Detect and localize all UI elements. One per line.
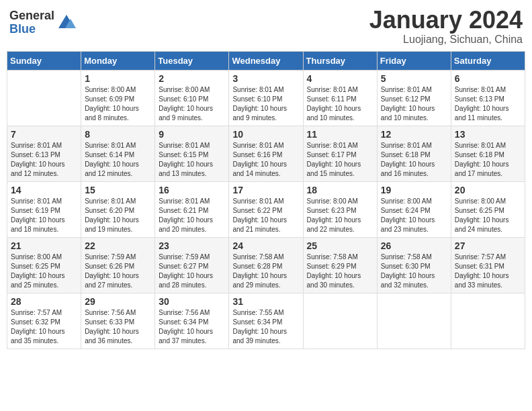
day-number: 26	[381, 240, 447, 251]
day-number: 7	[11, 129, 77, 140]
calendar-cell: 23Sunrise: 7:59 AMSunset: 6:27 PMDayligh…	[155, 237, 229, 293]
logo: General Blue	[9, 9, 76, 36]
calendar-cell: 24Sunrise: 7:58 AMSunset: 6:28 PMDayligh…	[229, 237, 303, 293]
cell-content: Sunrise: 7:59 AMSunset: 6:26 PMDaylight:…	[85, 253, 151, 290]
calendar-cell: 15Sunrise: 8:01 AMSunset: 6:20 PMDayligh…	[81, 181, 155, 237]
calendar-cell: 5Sunrise: 8:01 AMSunset: 6:12 PMDaylight…	[377, 70, 451, 126]
calendar-cell: 31Sunrise: 7:55 AMSunset: 6:34 PMDayligh…	[229, 293, 303, 349]
day-number: 19	[381, 185, 447, 195]
calendar-cell: 14Sunrise: 8:01 AMSunset: 6:19 PMDayligh…	[7, 181, 81, 237]
cell-content: Sunrise: 7:58 AMSunset: 6:30 PMDaylight:…	[381, 253, 447, 290]
cell-content: Sunrise: 8:00 AMSunset: 6:10 PMDaylight:…	[159, 85, 225, 123]
day-number: 14	[11, 185, 77, 195]
day-number: 4	[307, 73, 373, 84]
day-number: 11	[307, 129, 373, 140]
cell-content: Sunrise: 7:56 AMSunset: 6:33 PMDaylight:…	[85, 308, 151, 346]
title-block: January 2024 Luojiang, Sichuan, China	[369, 7, 523, 46]
day-number: 23	[159, 240, 225, 251]
day-number: 8	[85, 129, 151, 140]
cell-content: Sunrise: 8:01 AMSunset: 6:22 PMDaylight:…	[232, 197, 299, 234]
calendar-header: SundayMondayTuesdayWednesdayThursdayFrid…	[7, 51, 525, 70]
day-number: 9	[159, 129, 225, 140]
cell-content: Sunrise: 7:55 AMSunset: 6:34 PMDaylight:…	[232, 308, 299, 346]
week-row-5: 28Sunrise: 7:57 AMSunset: 6:32 PMDayligh…	[7, 293, 525, 349]
calendar-cell: 2Sunrise: 8:00 AMSunset: 6:10 PMDaylight…	[155, 70, 229, 126]
calendar-cell: 22Sunrise: 7:59 AMSunset: 6:26 PMDayligh…	[81, 237, 155, 293]
header-saturday: Saturday	[451, 51, 525, 70]
calendar-cell: 7Sunrise: 8:01 AMSunset: 6:13 PMDaylight…	[7, 126, 81, 181]
day-number: 10	[232, 129, 299, 140]
cell-content: Sunrise: 8:00 AMSunset: 6:25 PMDaylight:…	[455, 197, 521, 234]
cell-content: Sunrise: 7:56 AMSunset: 6:34 PMDaylight:…	[159, 308, 225, 346]
day-number: 5	[381, 73, 447, 84]
cell-content: Sunrise: 8:01 AMSunset: 6:10 PMDaylight:…	[232, 85, 299, 123]
header-monday: Monday	[81, 51, 155, 70]
location: Luojiang, Sichuan, China	[369, 34, 523, 46]
cell-content: Sunrise: 8:01 AMSunset: 6:18 PMDaylight:…	[381, 141, 447, 179]
day-number: 29	[85, 296, 151, 307]
month-title: January 2024	[369, 7, 523, 34]
calendar-cell: 3Sunrise: 8:01 AMSunset: 6:10 PMDaylight…	[229, 70, 303, 126]
cell-content: Sunrise: 8:01 AMSunset: 6:14 PMDaylight:…	[85, 141, 151, 179]
day-number: 18	[307, 185, 373, 195]
header-thursday: Thursday	[303, 51, 377, 70]
cell-content: Sunrise: 8:01 AMSunset: 6:11 PMDaylight:…	[307, 85, 373, 123]
calendar-cell: 19Sunrise: 8:00 AMSunset: 6:24 PMDayligh…	[377, 181, 451, 237]
day-number: 28	[11, 296, 77, 307]
cell-content: Sunrise: 7:58 AMSunset: 6:28 PMDaylight:…	[232, 253, 299, 290]
calendar-cell: 8Sunrise: 8:01 AMSunset: 6:14 PMDaylight…	[81, 126, 155, 181]
cell-content: Sunrise: 8:01 AMSunset: 6:13 PMDaylight:…	[455, 85, 521, 123]
calendar-cell	[303, 293, 377, 349]
cell-content: Sunrise: 8:01 AMSunset: 6:16 PMDaylight:…	[232, 141, 299, 179]
week-row-1: 1Sunrise: 8:00 AMSunset: 6:09 PMDaylight…	[7, 70, 525, 126]
day-number: 21	[11, 240, 77, 251]
day-number: 17	[232, 185, 299, 195]
calendar-cell: 13Sunrise: 8:01 AMSunset: 6:18 PMDayligh…	[451, 126, 525, 181]
logo-blue: Blue	[9, 23, 54, 36]
day-number: 30	[159, 296, 225, 307]
calendar-cell: 25Sunrise: 7:58 AMSunset: 6:29 PMDayligh…	[303, 237, 377, 293]
header-row: SundayMondayTuesdayWednesdayThursdayFrid…	[7, 51, 525, 70]
calendar-cell: 11Sunrise: 8:01 AMSunset: 6:17 PMDayligh…	[303, 126, 377, 181]
calendar-cell: 26Sunrise: 7:58 AMSunset: 6:30 PMDayligh…	[377, 237, 451, 293]
cell-content: Sunrise: 8:00 AMSunset: 6:25 PMDaylight:…	[11, 253, 77, 290]
calendar-cell	[451, 293, 525, 349]
week-row-2: 7Sunrise: 8:01 AMSunset: 6:13 PMDaylight…	[7, 126, 525, 181]
day-number: 20	[455, 185, 521, 195]
calendar-cell: 12Sunrise: 8:01 AMSunset: 6:18 PMDayligh…	[377, 126, 451, 181]
day-number: 22	[85, 240, 151, 251]
page-header: General Blue January 2024 Luojiang, Sich…	[7, 7, 525, 46]
calendar-cell: 16Sunrise: 8:01 AMSunset: 6:21 PMDayligh…	[155, 181, 229, 237]
calendar-table: SundayMondayTuesdayWednesdayThursdayFrid…	[7, 51, 525, 349]
day-number: 24	[232, 240, 299, 251]
calendar-cell: 4Sunrise: 8:01 AMSunset: 6:11 PMDaylight…	[303, 70, 377, 126]
cell-content: Sunrise: 7:58 AMSunset: 6:29 PMDaylight:…	[307, 253, 373, 290]
cell-content: Sunrise: 8:01 AMSunset: 6:13 PMDaylight:…	[11, 141, 77, 179]
calendar-cell: 27Sunrise: 7:57 AMSunset: 6:31 PMDayligh…	[451, 237, 525, 293]
day-number: 3	[232, 73, 299, 84]
cell-content: Sunrise: 7:59 AMSunset: 6:27 PMDaylight:…	[159, 253, 225, 290]
cell-content: Sunrise: 7:57 AMSunset: 6:32 PMDaylight:…	[11, 308, 77, 346]
header-tuesday: Tuesday	[155, 51, 229, 70]
cell-content: Sunrise: 8:01 AMSunset: 6:12 PMDaylight:…	[381, 85, 447, 123]
header-wednesday: Wednesday	[229, 51, 303, 70]
calendar-cell: 28Sunrise: 7:57 AMSunset: 6:32 PMDayligh…	[7, 293, 81, 349]
day-number: 25	[307, 240, 373, 251]
logo-icon	[57, 13, 76, 32]
day-number: 6	[455, 73, 521, 84]
cell-content: Sunrise: 8:01 AMSunset: 6:18 PMDaylight:…	[455, 141, 521, 179]
calendar-cell: 18Sunrise: 8:00 AMSunset: 6:23 PMDayligh…	[303, 181, 377, 237]
cell-content: Sunrise: 8:01 AMSunset: 6:20 PMDaylight:…	[85, 197, 151, 234]
calendar-cell	[377, 293, 451, 349]
header-sunday: Sunday	[7, 51, 81, 70]
week-row-3: 14Sunrise: 8:01 AMSunset: 6:19 PMDayligh…	[7, 181, 525, 237]
week-row-4: 21Sunrise: 8:00 AMSunset: 6:25 PMDayligh…	[7, 237, 525, 293]
calendar-cell: 20Sunrise: 8:00 AMSunset: 6:25 PMDayligh…	[451, 181, 525, 237]
day-number: 27	[455, 240, 521, 251]
logo-general: General	[9, 9, 54, 23]
cell-content: Sunrise: 8:00 AMSunset: 6:09 PMDaylight:…	[85, 85, 151, 123]
calendar-cell: 9Sunrise: 8:01 AMSunset: 6:15 PMDaylight…	[155, 126, 229, 181]
day-number: 16	[159, 185, 225, 195]
cell-content: Sunrise: 8:00 AMSunset: 6:24 PMDaylight:…	[381, 197, 447, 234]
day-number: 12	[381, 129, 447, 140]
